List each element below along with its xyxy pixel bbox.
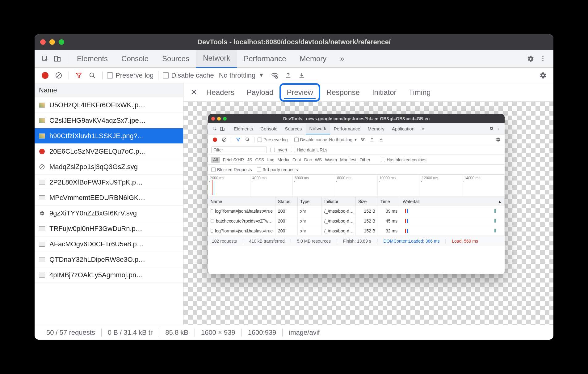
file-type-icon [38, 195, 46, 201]
detail-tab-preview[interactable]: Preview [279, 83, 320, 102]
inner-timeline-tick: 12000 ms [420, 175, 462, 197]
inner-th-time: Time [378, 197, 400, 206]
device-toolbar-icon[interactable] [51, 53, 64, 65]
svg-point-5 [542, 60, 544, 61]
inner-throttling-select: No throttling▼ [329, 137, 357, 142]
inner-tab-performance: Performance [330, 123, 364, 134]
request-row[interactable]: QTDnaY32hLDipeRW8e3O.p… [35, 252, 183, 267]
upload-har-icon[interactable] [283, 70, 294, 81]
request-row[interactable]: h90CtfziXluvh1LSSKJE.png?… [35, 128, 183, 144]
inner-record-icon [211, 138, 219, 142]
main-tab-performance[interactable]: Performance [237, 50, 293, 68]
request-row[interactable]: AFacMOgv6D0CFTr6U5e8.p… [35, 236, 183, 252]
request-row[interactable]: 9gzXiTYY0nZzBxGI6KrV.svg [35, 206, 183, 221]
detail-tab-response[interactable]: Response [320, 83, 366, 102]
detail-tab-payload[interactable]: Payload [241, 83, 280, 102]
inner-tab-elements: Elements [230, 123, 257, 134]
main-tab-memory[interactable]: Memory [293, 50, 334, 68]
inner-type-filter-other: Other [359, 157, 370, 162]
inner-timeline-tick: 2000 ms [208, 175, 250, 197]
network-conditions-icon[interactable] [269, 70, 280, 81]
main-tab-network[interactable]: Network [196, 50, 237, 68]
inner-request-row: log?format=json&hasfast=true200xhr/_/mss… [208, 226, 505, 236]
detail-tabs-bar: ✕ HeadersPayloadPreviewResponseInitiator… [183, 83, 553, 102]
disable-cache-label: Disable cache [171, 71, 214, 79]
inner-type-filter-wasm: Wasm [325, 157, 337, 162]
inner-3rd-party-checkbox: 3rd-party requests [257, 167, 298, 172]
clear-button[interactable] [53, 70, 64, 81]
request-row[interactable]: U5OHzQL4tEKFr6OFIxWK.jp… [35, 97, 183, 113]
more-tabs-button[interactable]: » [333, 50, 351, 68]
inner-tab-sources: Sources [281, 123, 306, 134]
window-title: DevTools - localhost:8080/docs/devtools/… [197, 38, 391, 46]
svg-line-22 [248, 140, 249, 141]
chevron-down-icon: ▼ [258, 72, 264, 79]
download-har-icon[interactable] [296, 70, 307, 81]
request-row[interactable]: 4pIMBj7zOAk1y5Agmmoj.pn… [35, 267, 183, 283]
inspect-element-icon[interactable] [39, 53, 51, 65]
inner-invert-checkbox: Invert [271, 147, 287, 152]
inner-search-icon [244, 137, 251, 142]
disable-cache-checkbox[interactable]: Disable cache [163, 71, 214, 79]
request-name: h90CtfziXluvh1LSSKJE.png?… [49, 132, 144, 140]
search-icon[interactable] [87, 70, 98, 81]
close-window-button[interactable] [40, 39, 46, 45]
inner-status-dcl: DOMContentLoaded: 366 ms [383, 239, 439, 244]
inner-toolbar: Preserve log Disable cache No throttling… [208, 134, 505, 145]
request-name: AFacMOgv6D0CFTr6U5e8.p… [49, 240, 144, 248]
inner-window-title: DevTools - news.google.com/topstories?hl… [283, 116, 430, 121]
main-tab-elements[interactable]: Elements [70, 50, 115, 68]
inner-timeline-tick: 8000 ms [335, 175, 377, 197]
file-type-icon [38, 210, 46, 216]
main-tab-sources[interactable]: Sources [155, 50, 196, 68]
inner-type-filter-manifest: Manifest [340, 157, 356, 162]
file-type-icon [38, 272, 46, 278]
inner-kebab-icon [496, 126, 502, 131]
detail-tab-headers[interactable]: Headers [200, 83, 241, 102]
maximize-window-button[interactable] [59, 39, 64, 45]
svg-point-21 [246, 138, 248, 141]
inner-tab-memory: Memory [364, 123, 388, 134]
request-row[interactable]: 20E6CLcSzNV2GELQu7oC.p… [35, 144, 183, 159]
inner-type-filter-font: Font [292, 157, 301, 162]
filter-funnel-icon[interactable] [73, 70, 84, 81]
minimize-window-button[interactable] [49, 39, 55, 45]
svg-line-12 [40, 165, 44, 168]
close-details-button[interactable]: ✕ [188, 87, 200, 97]
detail-tab-initiator[interactable]: Initiator [366, 83, 403, 102]
preserve-log-label: Preserve log [116, 71, 154, 79]
preserve-log-checkbox[interactable]: Preserve log [107, 71, 154, 79]
inner-timeline-tick: 10000 ms [378, 175, 420, 197]
request-name: 9gzXiTYY0nZzBxGI6KrV.svg [49, 209, 137, 217]
inner-type-filter-img: Img [267, 157, 274, 162]
inner-device-icon [219, 126, 226, 131]
inner-clear-icon [220, 137, 228, 142]
inner-wifi-icon [359, 137, 367, 142]
inner-type-filter-js: JS [247, 157, 252, 162]
record-button[interactable] [40, 70, 51, 81]
request-row[interactable]: MPcVmmemtEEDURBN6lGK… [35, 190, 183, 206]
request-row[interactable]: O2slJEHG9avKV4aqzSx7.jpe… [35, 113, 183, 128]
request-name: 2P2L80XfBoFWJFxU9TpK.p… [49, 178, 143, 186]
request-row[interactable]: MadqZslZpo1sj3qQ3GsZ.svg [35, 159, 183, 175]
main-tab-console[interactable]: Console [115, 50, 155, 68]
detail-tab-timing[interactable]: Timing [403, 83, 437, 102]
inner-close-icon [211, 117, 215, 121]
preview-image-inner-devtools: DevTools - news.google.com/topstories?hl… [208, 114, 505, 274]
settings-gear-icon[interactable] [524, 53, 537, 65]
kebab-menu-icon[interactable] [537, 53, 549, 65]
svg-point-8 [90, 73, 94, 77]
file-type-icon [38, 117, 46, 124]
inner-type-filter-css: CSS [255, 157, 264, 162]
throttling-select[interactable]: No throttling ▼ [216, 71, 267, 79]
inner-type-filter-media: Media [278, 157, 289, 162]
request-row[interactable]: 2P2L80XfBoFWJFxU9TpK.p… [35, 175, 183, 190]
svg-line-9 [93, 76, 95, 78]
status-size: 85.8 kB [159, 329, 195, 337]
network-settings-icon[interactable] [537, 70, 548, 81]
requests-name-column-header[interactable]: Name [35, 83, 183, 97]
request-row[interactable]: TRFujw0pi0nHF3GwDuRn.p… [35, 221, 183, 236]
inner-titlebar: DevTools - news.google.com/topstories?hl… [208, 114, 505, 123]
inner-blocked-requests-checkbox: Blocked Requests [211, 167, 252, 172]
file-type-icon [38, 241, 46, 247]
